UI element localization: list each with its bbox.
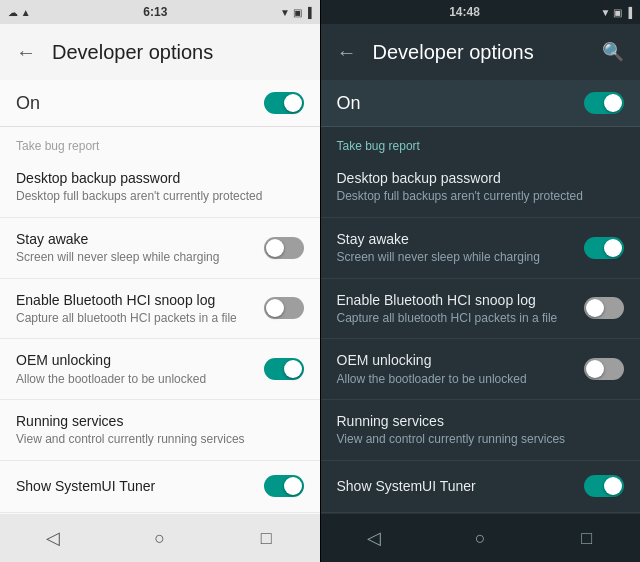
toggle-6[interactable] xyxy=(264,475,304,497)
app-bar-title: Developer options xyxy=(52,41,304,64)
setting-title-6: Show SystemUI Tuner xyxy=(337,477,585,495)
nav-back-button[interactable]: ◁ xyxy=(29,514,77,562)
setting-title-3: Enable Bluetooth HCI snoop log xyxy=(16,291,264,309)
status-left: ☁ ▲ xyxy=(8,7,31,18)
panel-right: 14:48 ▼ ▣ ▐ ← Developer options 🔍 On Tak… xyxy=(321,0,641,562)
setting-title-5: Running services xyxy=(16,412,304,430)
toggle-knob-2 xyxy=(604,239,622,257)
status-time: 14:48 xyxy=(449,5,480,19)
toggle-knob-6 xyxy=(284,477,302,495)
status-right: ▼ ▣ ▐ xyxy=(600,7,632,18)
nav-recent-button[interactable]: □ xyxy=(242,514,290,562)
on-toggle[interactable] xyxy=(584,92,624,114)
on-label: On xyxy=(337,93,361,114)
setting-subtitle-4: Allow the bootloader to be unlocked xyxy=(16,372,264,388)
setting-text-2: Stay awake Screen will never sleep while… xyxy=(16,230,264,266)
setting-item-2[interactable]: Stay awake Screen will never sleep while… xyxy=(0,218,320,279)
toggle-4[interactable] xyxy=(264,358,304,380)
setting-title-6: Show SystemUI Tuner xyxy=(16,477,264,495)
toggle-knob-6 xyxy=(604,477,622,495)
nav-back-button[interactable]: ◁ xyxy=(350,514,398,562)
on-toggle[interactable] xyxy=(264,92,304,114)
setting-item-5[interactable]: Running services View and control curren… xyxy=(0,400,320,461)
setting-item-4[interactable]: OEM unlocking Allow the bootloader to be… xyxy=(321,339,641,400)
toggle-knob-3 xyxy=(266,299,284,317)
app-bar: ← Developer options xyxy=(0,24,320,80)
setting-item-2[interactable]: Stay awake Screen will never sleep while… xyxy=(321,218,641,279)
back-button[interactable]: ← xyxy=(16,41,36,64)
setting-title-1: Desktop backup password xyxy=(16,169,304,187)
on-label: On xyxy=(16,93,40,114)
back-button[interactable]: ← xyxy=(337,41,357,64)
nav-home-button[interactable]: ○ xyxy=(456,514,504,562)
toggle-2[interactable] xyxy=(264,237,304,259)
setting-text-6: Show SystemUI Tuner xyxy=(16,477,264,495)
setting-text-1: Desktop backup password Desktop full bac… xyxy=(337,169,625,205)
content-area: On Take bug report Desktop backup passwo… xyxy=(321,80,641,514)
setting-text-3: Enable Bluetooth HCI snoop log Capture a… xyxy=(16,291,264,327)
toggle-knob-4 xyxy=(586,360,604,378)
setting-item-1[interactable]: Desktop backup password Desktop full bac… xyxy=(0,157,320,218)
setting-text-1: Desktop backup password Desktop full bac… xyxy=(16,169,304,205)
setting-title-2: Stay awake xyxy=(16,230,264,248)
status-right: ▼ ▣ ▐ xyxy=(280,7,312,18)
status-time: 6:13 xyxy=(143,5,167,19)
on-toggle-row: On xyxy=(0,80,320,127)
setting-text-3: Enable Bluetooth HCI snoop log Capture a… xyxy=(337,291,585,327)
setting-item-3[interactable]: Enable Bluetooth HCI snoop log Capture a… xyxy=(321,279,641,340)
setting-item-6[interactable]: Show SystemUI Tuner xyxy=(321,461,641,513)
panel-left: ☁ ▲ 6:13 ▼ ▣ ▐ ← Developer options On Ta… xyxy=(0,0,320,562)
setting-subtitle-3: Capture all bluetooth HCI packets in a f… xyxy=(16,311,264,327)
toggle-knob xyxy=(604,94,622,112)
search-icon[interactable]: 🔍 xyxy=(602,41,624,63)
setting-subtitle-2: Screen will never sleep while charging xyxy=(337,250,585,266)
toggle-3[interactable] xyxy=(584,297,624,319)
section-header-0: Take bug report xyxy=(0,127,320,157)
section-header-0: Take bug report xyxy=(321,127,641,157)
setting-item-6[interactable]: Show SystemUI Tuner xyxy=(0,461,320,513)
toggle-6[interactable] xyxy=(584,475,624,497)
toggle-4[interactable] xyxy=(584,358,624,380)
setting-item-5[interactable]: Running services View and control curren… xyxy=(321,400,641,461)
setting-item-1[interactable]: Desktop backup password Desktop full bac… xyxy=(321,157,641,218)
setting-subtitle-1: Desktop full backups aren't currently pr… xyxy=(337,189,625,205)
setting-text-2: Stay awake Screen will never sleep while… xyxy=(337,230,585,266)
setting-title-4: OEM unlocking xyxy=(337,351,585,369)
toggle-knob-2 xyxy=(266,239,284,257)
nav-bar: ◁ ○ □ xyxy=(0,514,320,562)
setting-subtitle-4: Allow the bootloader to be unlocked xyxy=(337,372,585,388)
toggle-knob xyxy=(284,94,302,112)
setting-text-4: OEM unlocking Allow the bootloader to be… xyxy=(16,351,264,387)
setting-subtitle-5: View and control currently running servi… xyxy=(337,432,625,448)
setting-title-3: Enable Bluetooth HCI snoop log xyxy=(337,291,585,309)
status-bar: 14:48 ▼ ▣ ▐ xyxy=(321,0,641,24)
toggle-2[interactable] xyxy=(584,237,624,259)
setting-text-5: Running services View and control curren… xyxy=(337,412,625,448)
toggle-3[interactable] xyxy=(264,297,304,319)
setting-item-4[interactable]: OEM unlocking Allow the bootloader to be… xyxy=(0,339,320,400)
setting-subtitle-2: Screen will never sleep while charging xyxy=(16,250,264,266)
setting-text-6: Show SystemUI Tuner xyxy=(337,477,585,495)
toggle-knob-4 xyxy=(284,360,302,378)
setting-text-5: Running services View and control curren… xyxy=(16,412,304,448)
nav-home-button[interactable]: ○ xyxy=(136,514,184,562)
on-toggle-row: On xyxy=(321,80,641,127)
app-bar-title: Developer options xyxy=(373,41,587,64)
setting-title-4: OEM unlocking xyxy=(16,351,264,369)
setting-title-1: Desktop backup password xyxy=(337,169,625,187)
nav-recent-button[interactable]: □ xyxy=(563,514,611,562)
setting-title-2: Stay awake xyxy=(337,230,585,248)
setting-title-5: Running services xyxy=(337,412,625,430)
status-bar: ☁ ▲ 6:13 ▼ ▣ ▐ xyxy=(0,0,320,24)
setting-item-3[interactable]: Enable Bluetooth HCI snoop log Capture a… xyxy=(0,279,320,340)
nav-bar: ◁ ○ □ xyxy=(321,514,641,562)
setting-subtitle-1: Desktop full backups aren't currently pr… xyxy=(16,189,304,205)
setting-subtitle-3: Capture all bluetooth HCI packets in a f… xyxy=(337,311,585,327)
setting-subtitle-5: View and control currently running servi… xyxy=(16,432,304,448)
app-bar: ← Developer options 🔍 xyxy=(321,24,641,80)
content-area: On Take bug report Desktop backup passwo… xyxy=(0,80,320,514)
setting-text-4: OEM unlocking Allow the bootloader to be… xyxy=(337,351,585,387)
toggle-knob-3 xyxy=(586,299,604,317)
